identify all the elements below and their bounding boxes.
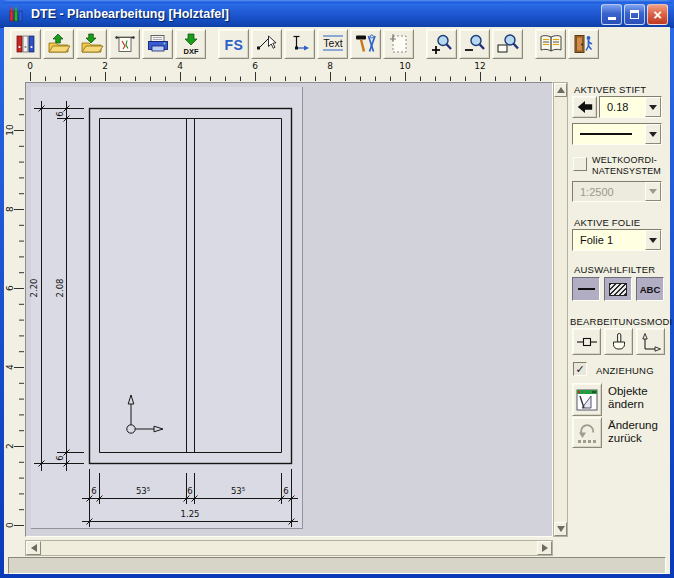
mode-pan-button[interactable] — [604, 328, 633, 355]
dxf-export-icon: DXF — [179, 33, 203, 55]
pen-style-dropdown-button[interactable] — [645, 124, 661, 144]
aktiver-stift-label: AKTIVER STIFT — [574, 84, 646, 95]
ruler-vertical-scale: 10 8 6 4 2 0 — [4, 82, 25, 537]
maximize-icon — [630, 10, 639, 19]
svg-text:0: 0 — [5, 522, 15, 528]
minimize-button[interactable] — [601, 4, 622, 25]
scroll-left-button[interactable] — [26, 541, 41, 555]
arrow-up-icon — [557, 87, 565, 93]
text-tool-icon: Text — [320, 33, 346, 55]
svg-text:8: 8 — [327, 61, 333, 71]
zoom-out-icon — [463, 33, 487, 55]
app-client-area: DXF FS — [4, 27, 670, 574]
svg-text:4: 4 — [177, 61, 183, 71]
folie-value: Folie 1 — [573, 230, 645, 250]
toolbar: DXF FS — [4, 28, 670, 60]
save-plan-button[interactable] — [76, 29, 107, 59]
folie-dropdown-button[interactable] — [645, 230, 661, 250]
dim-inner-height: 2.08 — [55, 279, 65, 298]
anziehung-label: ANZIEHUNG — [596, 365, 654, 376]
svg-text:2: 2 — [5, 443, 15, 449]
zoom-window-icon — [496, 33, 520, 55]
mode-coordinates-button[interactable] — [636, 328, 665, 355]
left-arrow-icon — [575, 99, 595, 115]
zoom-in-icon — [430, 33, 454, 55]
svg-text:6: 6 — [5, 285, 15, 291]
settings-tools-button[interactable] — [350, 29, 381, 59]
drawing-canvas[interactable]: 2.20 6 2.08 6 6 53⁵ 6 53⁵ 6 1.25 — [25, 82, 553, 537]
text-tool-button[interactable]: Text — [317, 29, 348, 59]
projects-button[interactable] — [10, 29, 41, 59]
close-button[interactable]: × — [647, 4, 668, 25]
window-title: DTE - Planbearbeitung [Holztafel] — [31, 7, 601, 21]
scale-select: 1:2500 — [572, 181, 662, 202]
filter-hatch-button[interactable] — [604, 277, 632, 301]
titlebar: DTE - Planbearbeitung [Holztafel] × — [0, 0, 674, 28]
zoom-in-button[interactable] — [426, 29, 457, 59]
ruler-horizontal: 0 2 4 6 8 10 12 — [25, 60, 553, 82]
folder-export-icon — [80, 33, 104, 55]
objekte-caption-line2: ändern — [608, 398, 648, 411]
pen-width-select[interactable]: 0.18 — [599, 96, 662, 118]
chevron-down-icon — [649, 238, 657, 243]
anziehung-checkbox[interactable]: ✓ — [573, 362, 587, 376]
polyline-tool-button[interactable] — [284, 29, 315, 59]
dim-bottom-0: 6 — [91, 486, 96, 496]
printer-icon — [146, 33, 170, 55]
aenderung-zurueck-caption: Änderung zurück — [608, 419, 658, 445]
pen-style-select[interactable] — [572, 123, 662, 145]
open-plan-button[interactable] — [43, 29, 74, 59]
line-filter-icon — [578, 288, 595, 290]
ruler-horizontal-scale: 0 2 4 6 8 10 12 — [25, 60, 553, 82]
svg-text:2: 2 — [102, 61, 108, 71]
folie-select[interactable]: Folie 1 — [572, 229, 662, 251]
line-style-swatch — [580, 133, 632, 135]
chevron-down-icon — [649, 189, 657, 194]
aenderung-zurueck-button[interactable] — [572, 417, 602, 448]
dim-bottom-3: 53⁵ — [231, 486, 245, 496]
scroll-right-button[interactable] — [537, 541, 552, 555]
app-icon — [6, 4, 26, 24]
previous-pen-button[interactable] — [572, 96, 597, 118]
scale-dropdown-button — [645, 182, 661, 201]
vertical-scrollbar[interactable] — [553, 82, 568, 537]
objekte-aendern-button[interactable] — [572, 383, 602, 416]
scroll-down-button[interactable] — [554, 522, 567, 536]
weltkoordinatensystem-label: WELTKOORDI- NATENSYSTEM — [592, 155, 661, 176]
exit-button[interactable] — [568, 29, 599, 59]
close-icon: × — [653, 7, 662, 22]
zoom-window-button[interactable] — [492, 29, 523, 59]
svg-text:10: 10 — [5, 124, 15, 136]
page-frame-button[interactable] — [383, 29, 414, 59]
weltkoordinatensystem-checkbox[interactable] — [573, 157, 587, 171]
scroll-up-button[interactable] — [554, 83, 567, 97]
node-edit-icon — [575, 331, 599, 353]
book-icon — [539, 33, 563, 55]
bearbeitungsmodi-label: BEARBEITUNGSMODI — [570, 316, 672, 327]
svg-text:FS: FS — [224, 37, 243, 53]
dim-bottom-4: 6 — [283, 486, 288, 496]
svg-text:10: 10 — [399, 61, 411, 71]
maximize-button[interactable] — [624, 4, 645, 25]
zoom-out-button[interactable] — [459, 29, 490, 59]
zurueck-caption-line2: zurück — [608, 432, 658, 445]
objekte-caption-line1: Objekte — [608, 385, 648, 398]
dxf-export-button[interactable]: DXF — [175, 29, 206, 59]
filter-lines-button[interactable] — [572, 277, 600, 301]
print-button[interactable] — [142, 29, 173, 59]
undo-icon — [575, 421, 599, 445]
plot-button[interactable] — [109, 29, 140, 59]
fs-tool-button[interactable]: FS — [218, 29, 249, 59]
horizontal-scrollbar[interactable] — [25, 540, 553, 556]
select-element-button[interactable] — [251, 29, 282, 59]
svg-text:0: 0 — [27, 61, 33, 71]
pen-width-dropdown-button[interactable] — [645, 97, 661, 117]
svg-text:4: 4 — [5, 364, 15, 370]
zurueck-caption-line1: Änderung — [608, 419, 658, 432]
filter-text-button[interactable]: ABC — [636, 277, 664, 301]
axes-icon — [639, 331, 663, 353]
catalog-button[interactable] — [535, 29, 566, 59]
dim-total-height: 2.20 — [29, 279, 39, 298]
svg-text:Text: Text — [323, 37, 342, 49]
mode-node-edit-button[interactable] — [572, 328, 601, 355]
